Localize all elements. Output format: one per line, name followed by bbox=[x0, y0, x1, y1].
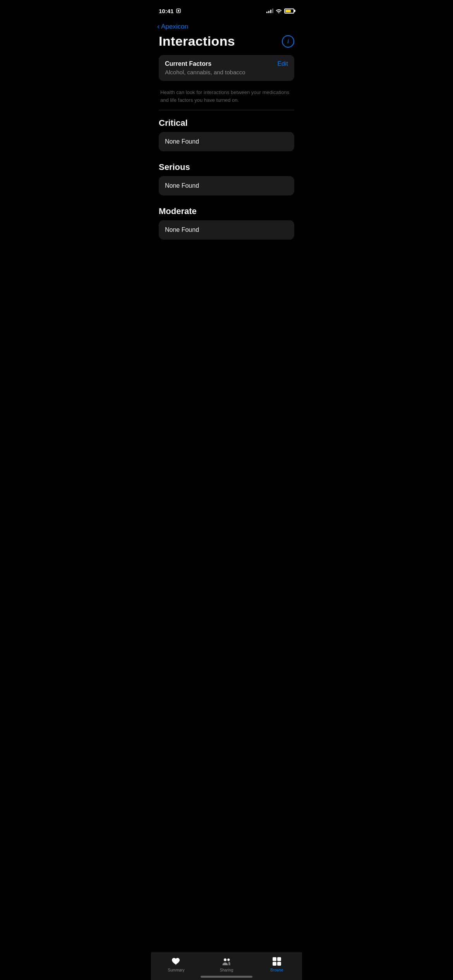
current-factors-header: Current Factors Edit bbox=[165, 60, 288, 67]
serious-none-found-text: None Found bbox=[165, 182, 199, 189]
moderate-none-found-card: None Found bbox=[159, 220, 294, 240]
back-label: Apexicon bbox=[161, 23, 188, 31]
moderate-section: Moderate None Found bbox=[159, 203, 294, 240]
current-factors-subtitle: Alcohol, cannabis, and tobacco bbox=[165, 69, 288, 75]
back-button[interactable]: ‹ Apexicon bbox=[151, 19, 302, 32]
edit-button[interactable]: Edit bbox=[277, 60, 288, 67]
serious-none-found-card: None Found bbox=[159, 176, 294, 195]
signal-icon bbox=[266, 9, 273, 13]
critical-none-found-text: None Found bbox=[165, 138, 199, 145]
divider bbox=[159, 110, 294, 110]
info-button[interactable]: i bbox=[282, 35, 294, 48]
page-title: Interactions bbox=[159, 34, 235, 49]
critical-none-found-card: None Found bbox=[159, 132, 294, 151]
svg-rect-1 bbox=[178, 10, 179, 12]
status-time: 10:41 bbox=[159, 8, 181, 14]
main-content: Current Factors Edit Alcohol, cannabis, … bbox=[151, 55, 302, 240]
serious-section: Serious None Found bbox=[159, 159, 294, 195]
helper-text: Health can look for interactions between… bbox=[159, 85, 294, 105]
critical-section-title: Critical bbox=[159, 115, 294, 132]
page-header: Interactions i bbox=[151, 32, 302, 55]
moderate-none-found-text: None Found bbox=[165, 226, 199, 233]
current-factors-title: Current Factors bbox=[165, 60, 211, 67]
status-bar: 10:41 bbox=[151, 0, 302, 19]
critical-section: Critical None Found bbox=[159, 115, 294, 151]
wifi-icon bbox=[276, 9, 282, 13]
serious-section-title: Serious bbox=[159, 159, 294, 176]
moderate-section-title: Moderate bbox=[159, 203, 294, 220]
current-factors-card: Current Factors Edit Alcohol, cannabis, … bbox=[159, 55, 294, 81]
info-icon: i bbox=[287, 38, 289, 45]
status-icons bbox=[266, 9, 294, 14]
back-chevron-icon: ‹ bbox=[157, 22, 160, 31]
battery-icon bbox=[284, 9, 294, 14]
